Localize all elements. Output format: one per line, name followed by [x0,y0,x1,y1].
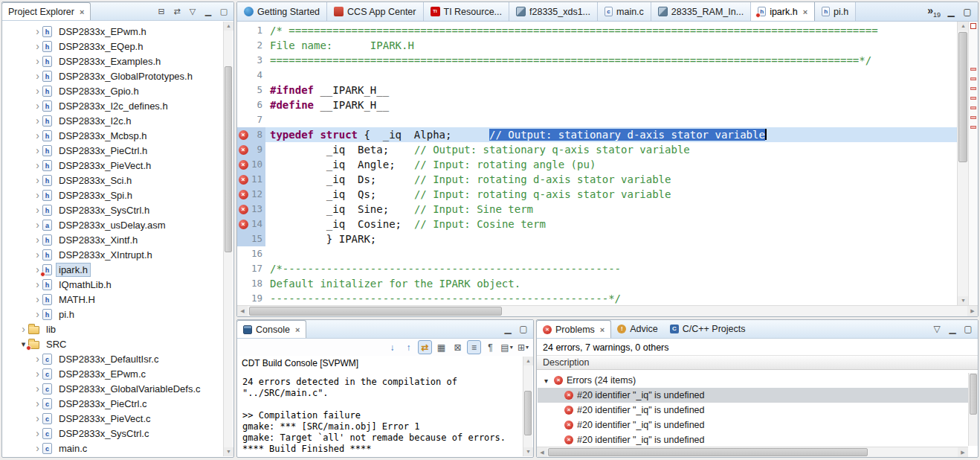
collapse-all-icon[interactable]: ⊟ [155,5,167,17]
close-icon[interactable]: × [80,7,84,16]
tree-item[interactable]: ›hDSP2833x_Gpio.h [2,83,224,98]
console-scrollbar[interactable]: ▲ ▼ [523,357,532,456]
maximize-icon[interactable]: ▢ [518,323,529,335]
expand-arrow-icon[interactable]: › [33,220,42,230]
problems-vscrollbar[interactable] [968,373,978,446]
tree-item[interactable]: ›lib [2,322,224,336]
expand-arrow-icon[interactable]: › [33,294,42,304]
dropdown-caret-icon[interactable]: ▾ [526,344,529,351]
code-line[interactable]: 7 [237,112,957,127]
code-line[interactable]: 2File name: IPARK.H [237,38,957,53]
tab-advice[interactable]: !Advice [611,320,664,338]
scroll-up-icon[interactable]: ▲ [224,22,233,31]
error-overview-mark[interactable] [970,126,976,129]
tree-item[interactable]: ›hDSP2833x_PieCtrl.h [2,143,224,158]
error-overview-mark[interactable] [970,87,976,90]
error-overview-mark[interactable] [970,68,976,71]
open-console-icon[interactable]: ⊞▾ [516,340,530,354]
expand-arrow-icon[interactable]: › [33,234,42,245]
tree-item[interactable]: ›hDSP2833x_XIntrupt.h [2,247,224,262]
problems-group-row[interactable]: ▾×Errors (24 items) [538,373,968,388]
view-menu-icon[interactable]: ▽ [931,323,943,335]
clear-console-icon[interactable]: ⊠ [451,340,465,354]
tree-item[interactable]: ▾SRC [2,336,224,351]
editor-tab-ccs-app-center[interactable]: CCS App Center [327,2,423,21]
code-line[interactable]: 6#define __IPARK_H__ [237,98,957,112]
problem-row[interactable]: ×#20 identifier "_iq" is undefined [538,418,968,432]
scroll-left-icon[interactable]: ◀ [237,306,248,316]
collapse-arrow-icon[interactable]: ▾ [542,377,550,385]
tree-item[interactable]: ›hDSP2833x_Mcbsp.h [2,128,224,143]
editor-tab-f28335-xds1-[interactable]: f28335_xds1... [509,2,598,21]
scrollbar-thumb[interactable] [958,32,967,162]
code-line[interactable]: ×11 _iq Ds; // Input: rotating d-axis st… [237,172,957,187]
console-output[interactable]: 24 errors detected in the compilation of… [238,374,522,456]
close-icon[interactable]: × [295,325,300,334]
expand-arrow-icon[interactable]: › [33,130,42,141]
tree-item[interactable]: ›hDSP2833x_I2c.h [2,113,224,128]
code-line[interactable]: 1/* ====================================… [237,23,957,38]
tree-item[interactable]: ›hMATH.H [2,292,224,307]
expand-arrow-icon[interactable]: › [33,249,42,260]
scrollbar-thumb[interactable] [524,391,532,435]
expand-arrow-icon[interactable]: › [33,443,42,453]
code-line[interactable]: 16 [237,246,957,261]
tree-item[interactable]: ›hDSP2833x_EQep.h [2,39,224,54]
code-line[interactable]: ×13 _iq Sine; // Input: Sine term [237,202,957,217]
show-error-in-editor-icon[interactable]: ⇄ [418,340,432,354]
editor-tab-main-c[interactable]: cmain.c [598,2,651,21]
scroll-down-icon[interactable]: ▼ [958,296,969,305]
editor-tab-28335-ram-in-[interactable]: 28335_RAM_In... [651,2,751,21]
expand-arrow-icon[interactable]: › [19,324,28,334]
tree-item[interactable]: ›hDSP2833x_Sci.h [2,173,224,188]
tab-c-c-projects[interactable]: CC/C++ Projects [664,320,752,338]
tree-item[interactable]: ›hipark.h [2,262,224,277]
editor-tab-pi-h[interactable]: hpi.h [815,2,856,21]
expand-arrow-icon[interactable]: › [33,413,42,424]
tree-item[interactable]: ›cDSP2833x_PieVect.c [2,411,224,426]
scroll-left-icon[interactable]: ◀ [537,447,547,458]
display-selected-console-icon[interactable]: ▤▾ [500,340,514,354]
tree-item[interactable]: ›hDSP2833x_PieVect.h [2,158,224,173]
expand-arrow-icon[interactable]: › [33,145,42,156]
close-icon[interactable]: × [803,7,807,16]
expand-arrow-icon[interactable]: › [33,86,42,96]
project-tree-scrollbar[interactable]: ▲ ▼ [223,22,233,456]
tree-item[interactable]: ›hDSP2833x_Spi.h [2,188,224,202]
expand-arrow-icon[interactable]: › [33,100,42,111]
expand-arrow-icon[interactable]: › [33,309,42,319]
error-overview-mark[interactable] [970,97,976,100]
next-error-icon[interactable]: ↓ [385,340,399,354]
description-column-header[interactable]: Description [537,355,978,370]
scroll-right-icon[interactable]: ▶ [967,306,978,316]
tree-item[interactable]: ›hDSP2833x_Examples.h [2,54,224,68]
scroll-down-icon[interactable]: ▼ [523,447,533,456]
code-line[interactable]: 3=======================================… [237,53,957,68]
problems-hscrollbar[interactable]: ◀ ▶ [537,447,968,457]
expand-arrow-icon[interactable]: › [33,190,42,200]
close-icon[interactable]: × [600,325,605,334]
expand-arrow-icon[interactable]: › [33,26,42,36]
maximize-icon[interactable]: ▢ [962,323,974,335]
view-menu-icon[interactable]: ▽ [187,5,199,17]
tree-item[interactable]: ›cDSP2833x_EPwm.c [2,366,224,381]
scrollbar-thumb[interactable] [225,66,232,252]
error-overview-mark[interactable] [970,116,976,119]
editor-tab-ti-resource-[interactable]: TITI Resource... [424,2,510,21]
tree-item[interactable]: ›cmain.c [2,441,224,456]
maximize-icon[interactable]: ▢ [961,6,973,18]
editor-hscrollbar[interactable]: ◀ ▶ [237,305,978,316]
minimize-icon[interactable]: ▁ [947,323,958,335]
tree-item[interactable]: ›hDSP2833x_SysCtrl.h [2,202,224,217]
code-line[interactable]: ×12 _iq Qs; // Input: rotating q-axis st… [237,187,957,202]
tree-item[interactable]: ›cDSP2833x_GlobalVariableDefs.c [2,381,224,396]
expand-arrow-icon[interactable]: › [33,56,42,66]
scrollbar-thumb[interactable] [970,374,977,415]
scroll-down-icon[interactable]: ▼ [224,447,233,456]
problem-row[interactable]: ×#20 identifier "_iq" is undefined [538,388,968,403]
minimize-icon[interactable]: ▁ [202,5,214,17]
scroll-lock-icon[interactable]: ≡ [467,340,481,354]
tab-problems[interactable]: ×Problems× [536,320,611,338]
expand-arrow-icon[interactable]: › [33,279,42,290]
tree-item[interactable]: ›hDSP2833x_EPwm.h [2,24,224,39]
